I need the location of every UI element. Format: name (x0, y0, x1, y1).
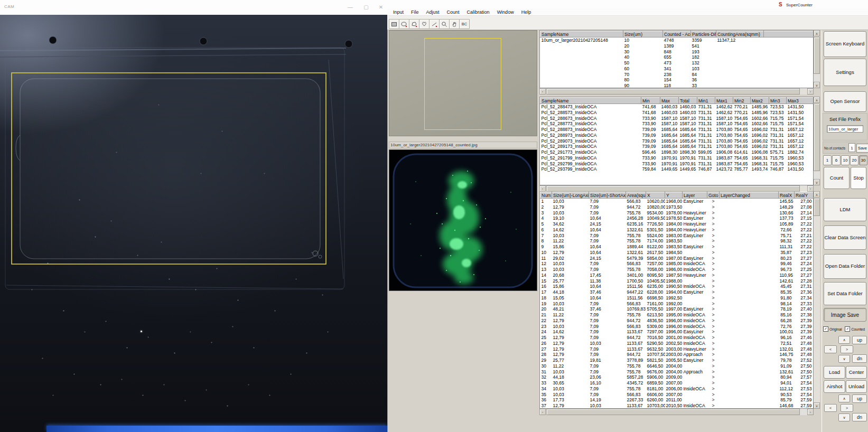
minimize-icon[interactable]: — (344, 2, 356, 12)
table-row[interactable]: 2212,797,09944,724836,501996,00InsideOCA… (540, 318, 814, 324)
count-table-vscrollbar[interactable]: ∧ ∨ (814, 30, 820, 88)
table-row[interactable]: 2812,797,09944,7210707,502003,00Approach… (540, 352, 814, 358)
bc-tool-button[interactable]: BC (459, 19, 470, 29)
move-left-button[interactable]: < (824, 404, 837, 412)
column-header[interactable] (764, 31, 814, 37)
table-row[interactable]: Pcl_52_291799_InsideOCA733,901970,911970… (540, 155, 814, 161)
clear-data-screen-button[interactable]: Clear Data Screen (824, 226, 866, 250)
table-row[interactable]: 3410,037,09755,788181,002006,00InsideOCA… (540, 386, 814, 392)
scroll-thumb[interactable] (814, 37, 820, 74)
column-header[interactable]: Max (660, 98, 679, 104)
table-row[interactable]: 201389541 (540, 43, 814, 49)
save-button[interactable]: Save (856, 144, 868, 153)
column-header[interactable]: SampleName (540, 98, 641, 104)
scroll-down-icon[interactable]: ∨ (814, 82, 820, 88)
move-right-button[interactable]: > (841, 404, 853, 412)
load-button[interactable]: Load (824, 366, 845, 379)
preset-10-button[interactable]: 10 (841, 155, 850, 165)
file-prefix-input[interactable]: 10um_or_larger (827, 125, 863, 133)
scroll-thumb[interactable] (546, 185, 800, 192)
column-header[interactable]: Min3 (769, 98, 787, 104)
close-icon[interactable]: ✕ (375, 2, 387, 12)
column-header[interactable]: Size(um)-LongAxis (552, 192, 589, 199)
table-row[interactable]: 3712,7910,031133,6710703,002010,50Inside… (540, 403, 814, 409)
table-row[interactable]: 2925,7719,813778,895821,502005,50EasyLin… (540, 358, 814, 363)
scroll-down-icon[interactable]: ∨ (814, 179, 820, 185)
column-header[interactable]: CountingArea(sqmm) (716, 31, 764, 37)
table-row[interactable]: 110,037,09566,8310620,001968,00EasyLiner… (540, 199, 814, 204)
scroll-thumb[interactable] (814, 198, 820, 216)
table-row[interactable]: 212,797,09944,7210820,001973,50>148,2927… (540, 204, 814, 210)
table-row[interactable]: 1129,0224,155479,395854,001987,00EasyLin… (540, 256, 814, 261)
nudge-up-button[interactable]: ∧ (838, 336, 850, 344)
table-row[interactable]: 3510,037,09566,836606,002007,00>90,5327,… (540, 392, 814, 398)
count-button[interactable]: Count (824, 167, 850, 189)
counted-image-panel[interactable] (389, 149, 537, 291)
scroll-right-icon[interactable]: › (807, 185, 814, 192)
stats-table-vscrollbar[interactable]: ∧ ∨ (814, 97, 820, 185)
particles-table-hscrollbar[interactable]: ‹ › (539, 409, 814, 415)
scroll-left-icon[interactable]: ‹ (539, 409, 546, 415)
table-row[interactable]: 3330,6516,104345,726859,502007,00>94,012… (540, 380, 814, 386)
table-row[interactable]: 1210,037,09566,837257,001985,00InsideOCA… (540, 261, 814, 267)
table-row[interactable]: Pcl_52_289073_InsideOCA739,091685,641685… (540, 138, 814, 144)
column-header[interactable]: Total (679, 98, 697, 104)
column-header[interactable]: Counted - Acc (663, 31, 691, 37)
table-row[interactable]: 8015436 (540, 77, 814, 83)
column-header[interactable]: Max2 (751, 98, 769, 104)
table-row[interactable]: Pcl_52_288773_InsideOCA733,901587,101587… (540, 121, 814, 127)
pan-hand-tool-button[interactable] (449, 19, 460, 29)
zoom-tool-button[interactable] (439, 19, 450, 29)
image-save-button[interactable]: Image Save (824, 308, 866, 322)
table-row[interactable]: 7023884 (540, 72, 814, 78)
contacts-count-input[interactable]: 1 (848, 143, 855, 152)
preset-1-button[interactable]: 1 (823, 155, 832, 165)
column-header[interactable]: RealX (779, 192, 795, 199)
table-row[interactable]: Pcl_52_288473_InsideOCA741,681460,031460… (540, 104, 814, 110)
table-row[interactable]: 2048,2137,4610769,835705,501997,00EasyLi… (540, 306, 814, 312)
column-header[interactable]: Size(um)-ShortAxis (589, 192, 626, 199)
column-header[interactable]: Layer (683, 192, 707, 199)
menu-calibration[interactable]: Calibration (463, 10, 493, 15)
particles-table-vscrollbar[interactable]: ∧ ∨ (814, 191, 820, 409)
maximize-icon[interactable]: ▢ (360, 2, 372, 12)
screen-keyboard-button[interactable]: Screen Keyboard (824, 31, 866, 57)
open-sensor-button[interactable]: Open Sensor (824, 91, 866, 112)
table-row[interactable]: 3617,7314,192267,336260,002011,00>85,792… (540, 397, 814, 403)
table-row[interactable]: 10um_or_larger20210427205148104748335911… (540, 37, 814, 43)
unload-button[interactable]: Unload (846, 380, 867, 393)
scroll-thumb[interactable] (814, 104, 820, 171)
column-header[interactable]: Num (540, 192, 552, 199)
scroll-right-icon[interactable]: › (807, 88, 814, 95)
table-row[interactable]: 710,037,09755,785524,001983,00EasyLiner>… (540, 233, 814, 239)
table-row[interactable]: 915,8610,641889,448122,001983,50EasyLine… (540, 244, 814, 250)
scroll-down-icon[interactable]: ∨ (814, 402, 820, 409)
counted-checkbox[interactable]: ✓ Counted (845, 326, 865, 332)
table-row[interactable]: Pcl_52_291773_InsideOCA596,461898,301898… (540, 149, 814, 155)
table-row[interactable]: 60341103 (540, 66, 814, 72)
table-row[interactable]: 614,6210,641322,615301,501984,00HeavyLin… (540, 227, 814, 233)
scroll-left-icon[interactable]: ‹ (539, 185, 546, 192)
table-row[interactable]: 1420,6817,453401,008095,501987,50HeavyLi… (540, 273, 814, 278)
table-row[interactable]: 3110,037,09755,789676,002004,00Approach>… (540, 369, 814, 375)
menu-count[interactable]: Count (443, 10, 463, 15)
preset-30-button[interactable]: 30 (859, 155, 867, 165)
ellipse-select-tool-button[interactable] (399, 19, 409, 29)
table-row[interactable]: 1815,0510,641511,566698,501992,50>91,802… (540, 295, 814, 301)
counting-area-roi[interactable] (424, 38, 501, 130)
original-checkbox[interactable]: ✓ Original (823, 326, 842, 332)
column-header[interactable]: Min1 (697, 98, 715, 104)
table-row[interactable]: Pcl_52_292799_InsideOCA733,901970,911970… (540, 161, 814, 167)
table-row[interactable]: 2414,627,091133,677297,001996,00EasyLine… (540, 329, 814, 335)
column-header[interactable]: Min2 (733, 98, 751, 104)
set-data-folder-button[interactable]: Set Data Folder (824, 282, 866, 305)
table-row[interactable]: 9011833 (540, 83, 814, 88)
preset-6-button[interactable]: 6 (832, 155, 841, 165)
center-button[interactable]: Center (846, 366, 867, 379)
move-up-button[interactable]: up (852, 395, 867, 403)
column-header[interactable]: RealY (795, 192, 814, 199)
column-header[interactable]: Size(um) (623, 31, 663, 37)
table-row[interactable]: Pcl_52_289173_InsideOCA739,091685,641685… (540, 144, 814, 149)
settings-button[interactable]: Settings (824, 59, 866, 86)
nudge-down-button[interactable]: ∨ (838, 355, 850, 363)
